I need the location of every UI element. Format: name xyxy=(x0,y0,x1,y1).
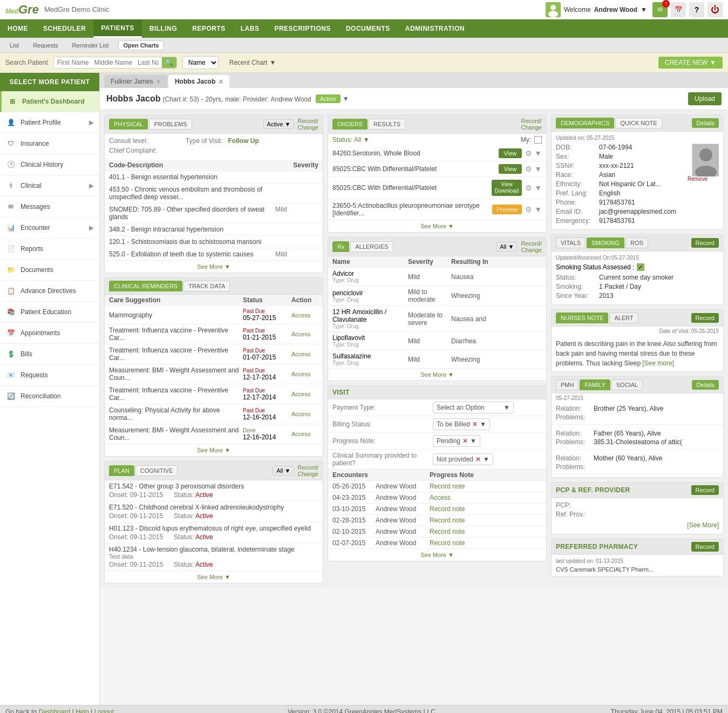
subnav-open-charts[interactable]: Open Charts xyxy=(118,40,164,50)
gear-icon-3[interactable]: ⚙ ▼ xyxy=(525,205,542,214)
visit-payment-select[interactable]: Select an Option ▼ xyxy=(433,402,514,413)
recent-chart[interactable]: Recent Chart ▼ xyxy=(229,59,276,66)
clinical-clear-btn[interactable]: ✕ xyxy=(475,456,481,463)
search-type-dropdown[interactable]: Name xyxy=(182,56,219,69)
footer-help-link[interactable]: Help xyxy=(76,708,89,713)
select-more-patient-button[interactable]: SELECT MORE PATIENT xyxy=(0,73,99,91)
mail-icon[interactable]: ✉ 7 xyxy=(652,2,668,17)
billing-clear-btn[interactable]: ✕ xyxy=(472,420,478,428)
upload-button[interactable]: Upload xyxy=(688,92,722,105)
sidebar-item-bills[interactable]: 💲 Bills xyxy=(0,344,99,365)
tab-orders[interactable]: ORDERS xyxy=(332,119,368,130)
tab-physical[interactable]: PHYSICAL xyxy=(109,119,148,130)
sidebar-item-reports[interactable]: 📄 Reports xyxy=(0,239,99,260)
patient-tab-fulkner[interactable]: Fulkner James × xyxy=(104,75,167,88)
enc-note-1[interactable]: Access xyxy=(430,494,451,501)
search-input[interactable] xyxy=(54,57,162,68)
order-preview-btn-3[interactable]: Preview xyxy=(492,205,522,214)
sidebar-item-encounter[interactable]: 📊 Encounter ▶ xyxy=(0,218,99,239)
tab-smoking[interactable]: SMOKING xyxy=(587,237,624,248)
enc-note-4[interactable]: Record note xyxy=(430,528,465,535)
status-dropdown-icon[interactable]: ▼ xyxy=(343,95,349,103)
visit-billing-select[interactable]: To be Billed ✕ ▼ xyxy=(433,418,490,430)
tab-quick-note[interactable]: QUICK NOTE xyxy=(615,118,662,128)
nav-scheduler[interactable]: SCHEDULER xyxy=(36,19,93,38)
sidebar-item-patient-education[interactable]: 📚 Patient Education xyxy=(0,302,99,323)
tab-cognitive[interactable]: COGNITIVE xyxy=(135,465,178,476)
sidebar-item-messages[interactable]: ✉ Messages xyxy=(0,196,99,218)
nurses-note-see-more[interactable]: [See more] xyxy=(642,359,674,367)
demographics-details-button[interactable]: Details xyxy=(692,118,719,128)
nav-reports[interactable]: REPORTS xyxy=(185,19,233,38)
patient-tab-hobbs[interactable]: Hobbs Jacob × xyxy=(168,75,230,88)
footer-logout-link[interactable]: Logout xyxy=(94,708,114,713)
orders-record-link[interactable]: Record/Change xyxy=(521,118,542,131)
pcp-see-more[interactable]: [See More] xyxy=(687,521,719,529)
enc-note-5[interactable]: Record note xyxy=(430,539,465,547)
status-all-label[interactable]: Status: All ▼ xyxy=(332,136,370,144)
tab-close-hobbs[interactable]: × xyxy=(219,78,223,85)
tab-pmh[interactable]: PMH xyxy=(556,379,579,390)
footer-dashboard-link[interactable]: Dashboard xyxy=(38,708,70,713)
allergies-all-dropdown[interactable]: All ▼ xyxy=(496,242,518,252)
order-view-dl-btn-2[interactable]: ViewDownload xyxy=(492,180,522,196)
pharmacy-record-button[interactable]: Record xyxy=(691,542,719,552)
search-button[interactable]: 🔍 xyxy=(162,57,176,68)
nav-prescriptions[interactable]: PRESCRIPTIONS xyxy=(267,19,338,38)
visit-clinical-select[interactable]: Not provided ✕ ▼ xyxy=(433,453,493,465)
encounter-see-more[interactable]: See More ▼ xyxy=(328,549,546,561)
sidebar-item-appointments[interactable]: 📅 Appointments xyxy=(0,323,99,344)
plan-all-dropdown[interactable]: All ▼ xyxy=(273,466,294,476)
pmh-details-button[interactable]: Details xyxy=(692,380,719,390)
sidebar-item-insurance[interactable]: 🛡 Insurance xyxy=(0,133,99,154)
tab-vitals[interactable]: VITALS xyxy=(556,237,586,248)
subnav-reminder-list[interactable]: Reminder List xyxy=(68,41,113,50)
physical-record-link[interactable]: Record/Change xyxy=(297,118,318,131)
nav-patients[interactable]: PATIENTS xyxy=(93,19,142,38)
enc-note-3[interactable]: Record note xyxy=(430,517,465,524)
nav-administration[interactable]: ADMINISTRATION xyxy=(398,19,472,38)
plan-record-link[interactable]: Record/Change xyxy=(297,464,318,477)
tab-allergies[interactable]: ALLERGIES xyxy=(350,241,393,252)
order-view-btn-1[interactable]: View xyxy=(499,164,522,174)
sidebar-item-dashboard[interactable]: ⊞ Patient's Dashboard xyxy=(0,91,99,112)
sidebar-item-clinical[interactable]: ⚕ Clinical ▶ xyxy=(0,175,99,196)
tab-results[interactable]: RESULTS xyxy=(369,119,405,130)
pcp-record-button[interactable]: Record xyxy=(691,485,719,495)
progress-clear-btn[interactable]: ✕ xyxy=(462,437,468,445)
my-checkbox[interactable] xyxy=(534,136,542,144)
help-icon[interactable]: ? xyxy=(689,2,704,17)
plan-see-more[interactable]: See More ▼ xyxy=(105,571,323,583)
sidebar-item-clinical-history[interactable]: 🕐 Clinical History xyxy=(0,154,99,175)
nav-labs[interactable]: LABS xyxy=(233,19,267,38)
nurses-record-button[interactable]: Record xyxy=(691,313,719,323)
order-view-btn-0[interactable]: View xyxy=(499,148,522,158)
subnav-requests[interactable]: Requests xyxy=(29,41,62,50)
tab-ros[interactable]: ROS xyxy=(625,237,648,248)
gear-icon-0[interactable]: ⚙ ▼ xyxy=(525,149,542,158)
tab-close-fulkner[interactable]: × xyxy=(157,78,161,85)
subnav-list[interactable]: List xyxy=(5,41,23,50)
nav-documents[interactable]: DOCUMENTS xyxy=(338,19,398,38)
tab-rx[interactable]: Rx xyxy=(332,241,349,252)
enc-note-0[interactable]: Record note xyxy=(430,483,465,490)
nav-billing[interactable]: BILLING xyxy=(142,19,185,38)
tab-nurses-note[interactable]: NURSES NOTE xyxy=(556,313,608,323)
gear-icon-2[interactable]: ⚙ ▼ xyxy=(525,184,542,192)
sidebar-item-advance-directives[interactable]: 📋 Advance Directives xyxy=(0,281,99,302)
tab-social[interactable]: SOCIAL xyxy=(611,379,643,390)
power-icon[interactable]: ⏻ xyxy=(707,2,723,17)
chevron-down-icon[interactable]: ▼ xyxy=(641,6,647,13)
tab-track-data[interactable]: TRACK DATA xyxy=(183,281,230,291)
allergies-record-link[interactable]: Record/Change xyxy=(521,240,542,253)
calendar-icon[interactable]: 📅 xyxy=(671,2,686,17)
vitals-record-button[interactable]: Record xyxy=(691,238,719,248)
reminders-see-more[interactable]: See More ▼ xyxy=(105,444,323,456)
sidebar-item-documents[interactable]: 📁 Documents xyxy=(0,260,99,281)
tab-demographics[interactable]: DEMOGRAPHICS xyxy=(556,118,614,128)
tab-clinical-reminders[interactable]: CLINICAL REMINDERS xyxy=(109,281,182,291)
physical-active-dropdown[interactable]: Active ▼ xyxy=(263,119,295,129)
tab-problems[interactable]: PROBLEMS xyxy=(149,119,192,130)
smoking-assessed-checkbox[interactable]: ✓ xyxy=(637,263,644,271)
sidebar-item-requests[interactable]: 📧 Requests xyxy=(0,365,99,386)
